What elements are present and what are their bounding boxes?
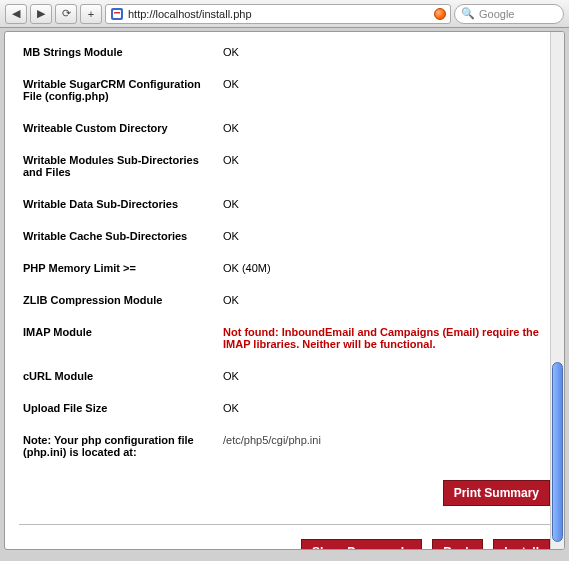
- favicon-icon: [110, 7, 124, 21]
- add-button[interactable]: +: [80, 4, 102, 24]
- show-passwords-button[interactable]: Show Passwords: [301, 539, 422, 549]
- check-error-value: Not found: InboundEmail and Campaigns (E…: [219, 320, 550, 364]
- check-row: IMAP ModuleNot found: InboundEmail and C…: [19, 320, 550, 364]
- check-label: Upload File Size: [19, 396, 219, 428]
- check-value: OK: [219, 288, 550, 320]
- svg-rect-1: [113, 10, 121, 18]
- check-row: Writeable Custom DirectoryOK: [19, 116, 550, 148]
- check-row: Writable Cache Sub-DirectoriesOK: [19, 224, 550, 256]
- check-value: OK: [219, 396, 550, 428]
- install-button[interactable]: Install: [493, 539, 550, 549]
- check-value: OK: [219, 72, 550, 116]
- search-icon: 🔍: [461, 7, 475, 20]
- check-label: Writable Data Sub-Directories: [19, 192, 219, 224]
- check-row: ZLIB Compression ModuleOK: [19, 288, 550, 320]
- check-label: PHP Memory Limit >=: [19, 256, 219, 288]
- check-label: Writable Cache Sub-Directories: [19, 224, 219, 256]
- note-value: /etc/php5/cgi/php.ini: [219, 428, 550, 472]
- stop-icon[interactable]: [434, 8, 446, 20]
- print-summary-button[interactable]: Print Summary: [443, 480, 550, 506]
- check-row: MB Strings ModuleOK: [19, 40, 550, 72]
- check-label: Writable Modules Sub-Directories and Fil…: [19, 148, 219, 192]
- check-label: ZLIB Compression Module: [19, 288, 219, 320]
- check-row: cURL ModuleOK: [19, 364, 550, 396]
- svg-rect-2: [114, 12, 120, 14]
- url-bar[interactable]: http://localhost/install.php: [105, 4, 451, 24]
- check-row: Writable Modules Sub-Directories and Fil…: [19, 148, 550, 192]
- check-value: OK: [219, 40, 550, 72]
- browser-toolbar: ◀ ▶ ⟳ + http://localhost/install.php 🔍 G…: [0, 0, 569, 28]
- check-label: cURL Module: [19, 364, 219, 396]
- check-label: Writable SugarCRM Configuration File (co…: [19, 72, 219, 116]
- check-value: OK: [219, 224, 550, 256]
- page-content: MB Strings ModuleOKWritable SugarCRM Con…: [5, 32, 564, 549]
- viewport: MB Strings ModuleOKWritable SugarCRM Con…: [0, 31, 569, 561]
- summary-button-row: Print Summary: [19, 472, 550, 520]
- check-label: IMAP Module: [19, 320, 219, 364]
- search-bar[interactable]: 🔍 Google: [454, 4, 564, 24]
- back-button[interactable]: ◀: [5, 4, 27, 24]
- url-text: http://localhost/install.php: [128, 8, 252, 20]
- check-value: OK: [219, 192, 550, 224]
- check-value: OK: [219, 148, 550, 192]
- note-label: Note: Your php configuration file (php.i…: [19, 428, 219, 472]
- check-value: OK: [219, 116, 550, 148]
- page-container: MB Strings ModuleOKWritable SugarCRM Con…: [4, 31, 565, 550]
- scrollbar-thumb[interactable]: [552, 362, 563, 542]
- check-row: PHP Memory Limit >=OK (40M): [19, 256, 550, 288]
- search-placeholder: Google: [479, 8, 514, 20]
- check-value: OK: [219, 364, 550, 396]
- note-row: Note: Your php configuration file (php.i…: [19, 428, 550, 472]
- check-row: Writable SugarCRM Configuration File (co…: [19, 72, 550, 116]
- system-check-table: MB Strings ModuleOKWritable SugarCRM Con…: [19, 40, 550, 428]
- forward-button[interactable]: ▶: [30, 4, 52, 24]
- check-label: MB Strings Module: [19, 40, 219, 72]
- check-label: Writeable Custom Directory: [19, 116, 219, 148]
- check-row: Writable Data Sub-DirectoriesOK: [19, 192, 550, 224]
- check-value: OK (40M): [219, 256, 550, 288]
- bottom-button-row: Show Passwords Back Install: [19, 524, 550, 549]
- vertical-scrollbar[interactable]: [550, 32, 564, 549]
- back-nav-button[interactable]: Back: [432, 539, 483, 549]
- reload-button[interactable]: ⟳: [55, 4, 77, 24]
- check-row: Upload File SizeOK: [19, 396, 550, 428]
